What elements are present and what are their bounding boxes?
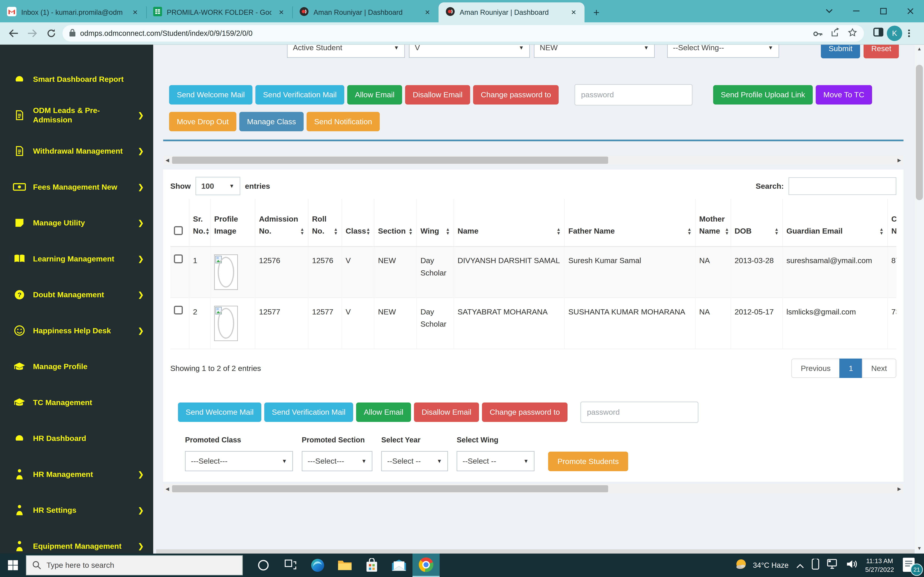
tab-close-icon[interactable]: ✕ (569, 7, 579, 17)
move-drop-out-button[interactable]: Move Drop Out (169, 112, 236, 131)
reload-button[interactable] (44, 26, 59, 41)
weather-widget[interactable]: 34°C Haze (734, 558, 788, 572)
network-icon[interactable] (827, 559, 839, 572)
change-password-button-bottom[interactable]: Change password to (482, 403, 567, 422)
select-wing-select[interactable]: --Select --▼ (457, 451, 535, 471)
side-panel-icon[interactable] (873, 28, 884, 39)
column-header[interactable]: Section (378, 225, 406, 237)
submit-button[interactable]: Submit (821, 45, 860, 58)
column-header[interactable]: Name (457, 225, 478, 237)
mail-icon[interactable] (386, 554, 413, 577)
sidebar-item-tc-management[interactable]: TC Management (0, 384, 153, 421)
password-input-top[interactable] (575, 84, 693, 105)
your-phone-icon[interactable] (812, 559, 819, 572)
minimize-button[interactable] (843, 0, 870, 23)
column-header[interactable]: Admission No. (259, 213, 300, 237)
send-profile-upload-link-button[interactable]: Send Profile Upload Link (713, 85, 813, 105)
sidebar-item-hr-dashboard[interactable]: HR Dashboard (0, 421, 153, 456)
volume-icon[interactable] (846, 559, 858, 571)
new-tab-button[interactable]: + (588, 4, 605, 21)
promoted-class-select[interactable]: ---Select---▼ (185, 451, 293, 471)
scroll-right-icon[interactable]: ▶ (895, 157, 903, 163)
browser-menu-icon[interactable] (906, 29, 912, 37)
sidebar-item-hr-settings[interactable]: HR Settings ❯ (0, 492, 153, 528)
browser-profile-avatar[interactable]: K (887, 26, 902, 41)
sidebar-item-manage-profile[interactable]: Manage Profile (0, 348, 153, 385)
column-header[interactable]: Roll No. (312, 213, 334, 237)
share-icon[interactable] (831, 28, 840, 39)
column-header[interactable]: Sr. No. (193, 213, 205, 237)
promoted-section-select[interactable]: ---Select---▼ (302, 451, 373, 471)
column-header[interactable]: Class (346, 225, 366, 237)
tab-close-icon[interactable]: ✕ (130, 7, 140, 17)
send-welcome-mail-button[interactable]: Send Welcome Mail (169, 85, 252, 105)
table-row[interactable]: 2 12577 12577 V NEW (170, 298, 897, 349)
column-header[interactable]: Wing (420, 225, 439, 237)
close-window-button[interactable] (897, 0, 924, 23)
sidebar-item-doubt-management[interactable]: ? Doubt Management ❯ (0, 277, 153, 313)
column-header[interactable]: DOB (735, 225, 751, 237)
maximize-button[interactable] (870, 0, 897, 23)
sort-icon[interactable]: ▲▼ (556, 227, 561, 237)
manage-class-button[interactable]: Manage Class (239, 112, 304, 131)
table-search-input[interactable] (788, 177, 897, 195)
sidebar-item-withdrawal-management[interactable]: Withdrawal Management ❯ (0, 133, 153, 169)
table-row[interactable]: 1 12576 12576 V NEW (170, 247, 897, 298)
class-select[interactable]: V▼ (409, 45, 530, 58)
scrollbar-thumb[interactable] (172, 485, 608, 492)
column-header[interactable]: Mother Name (699, 213, 725, 237)
wing-select[interactable]: --Select Wing--▼ (667, 45, 779, 58)
url-bar[interactable]: odmps.odmconnect.com/Student/index/0/9/1… (63, 25, 864, 42)
disallow-email-button-bottom[interactable]: Disallow Email (414, 403, 479, 422)
row-checkbox[interactable] (174, 306, 183, 314)
send-welcome-mail-button-bottom[interactable]: Send Welcome Mail (178, 403, 261, 422)
tab-close-icon[interactable]: ✕ (422, 7, 433, 17)
task-view-icon[interactable] (277, 554, 304, 577)
reset-button[interactable]: Reset (864, 45, 899, 58)
cortana-icon[interactable] (250, 554, 277, 577)
sort-icon[interactable]: ▲▼ (334, 227, 338, 237)
send-notification-button[interactable]: Send Notification (307, 112, 380, 131)
column-header[interactable]: Guardian Email (787, 225, 843, 237)
tray-expand-icon[interactable] (796, 560, 804, 571)
scroll-left-icon[interactable]: ◀ (163, 157, 171, 163)
section-select[interactable]: NEW▼ (534, 45, 655, 58)
chrome-profile-chevron-icon[interactable] (816, 0, 843, 23)
edge-icon[interactable] (304, 554, 331, 577)
row-checkbox[interactable] (174, 255, 183, 263)
scroll-right-icon[interactable]: ▶ (895, 486, 903, 492)
taskbar-search-box[interactable]: Type here to search (26, 555, 243, 575)
scrollbar-thumb[interactable] (172, 156, 608, 164)
scroll-left-icon[interactable]: ◀ (163, 486, 171, 492)
pagination-next[interactable]: Next (862, 359, 897, 378)
microsoft-store-icon[interactable] (358, 554, 386, 577)
send-verification-mail-button-bottom[interactable]: Send Verification Mail (264, 403, 353, 422)
send-verification-mail-button[interactable]: Send Verification Mail (255, 85, 344, 105)
horizontal-scrollbar-bottom[interactable]: ◀ ▶ (163, 484, 903, 493)
key-icon[interactable] (813, 28, 823, 39)
bookmark-star-icon[interactable] (848, 28, 857, 39)
pagination-page-1[interactable]: 1 (839, 359, 863, 378)
sidebar-item-smart-dashboard-report[interactable]: Smart Dashboard Report (0, 61, 153, 97)
scroll-down-icon[interactable]: ▼ (914, 544, 924, 553)
action-center-icon[interactable]: 21 (901, 556, 919, 574)
move-to-tc-button[interactable]: Move To TC (816, 85, 872, 105)
password-input-bottom[interactable] (580, 401, 698, 423)
sidebar-item-hr-management[interactable]: HR Management ❯ (0, 456, 153, 492)
sort-icon[interactable]: ▲▼ (205, 227, 210, 237)
select-all-checkbox[interactable] (174, 226, 183, 235)
tab-gmail[interactable]: Inbox (1) - kumari.promila@odm ✕ (0, 2, 146, 23)
back-button[interactable] (6, 26, 21, 41)
tab-dashboard-2-active[interactable]: Aman Rouniyar | Dashboard ✕ (439, 2, 585, 23)
start-button[interactable] (0, 560, 26, 570)
student-status-select[interactable]: Active Student▼ (287, 45, 405, 58)
taskbar-clock[interactable]: 11:13 AM 5/27/2022 (865, 556, 894, 574)
disallow-email-button[interactable]: Disallow Email (405, 85, 470, 105)
allow-email-button-bottom[interactable]: Allow Email (356, 403, 411, 422)
sidebar-item-equipment-management[interactable]: Equipment Management ❯ (0, 528, 153, 553)
select-year-select[interactable]: --Select --▼ (381, 451, 448, 471)
horizontal-scrollbar-top[interactable]: ◀ ▶ (163, 155, 903, 165)
change-password-button[interactable]: Change password to (473, 85, 559, 105)
tab-dashboard-1[interactable]: Aman Rouniyar | Dashboard ✕ (292, 2, 439, 23)
sidebar-item-manage-utility[interactable]: Manage Utility ❯ (0, 205, 153, 241)
